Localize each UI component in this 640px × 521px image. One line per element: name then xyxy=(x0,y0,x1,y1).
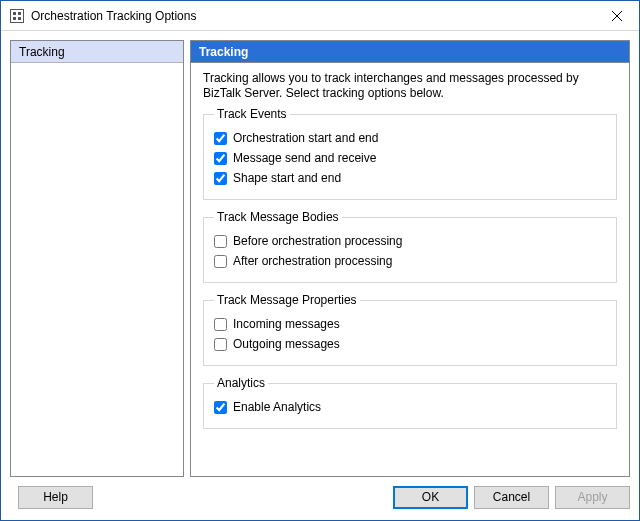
group-analytics: Analytics Enable Analytics xyxy=(203,376,617,429)
apply-button[interactable]: Apply xyxy=(555,486,630,509)
checkbox-enable-analytics-input[interactable] xyxy=(214,401,227,414)
checkbox-shape-start-end[interactable]: Shape start and end xyxy=(214,171,606,185)
title-bar: Orchestration Tracking Options xyxy=(1,1,639,31)
checkbox-msg-send-recv-input[interactable] xyxy=(214,152,227,165)
checkbox-incoming[interactable]: Incoming messages xyxy=(214,317,606,331)
checkbox-enable-analytics[interactable]: Enable Analytics xyxy=(214,400,606,414)
dialog-window: Orchestration Tracking Options Tracking … xyxy=(0,0,640,521)
group-track-bodies: Track Message Bodies Before orchestratio… xyxy=(203,210,617,283)
main-split: Tracking Tracking Tracking allows you to… xyxy=(10,40,630,477)
checkbox-enable-analytics-label: Enable Analytics xyxy=(233,400,321,414)
dialog-button-row: Help OK Cancel Apply xyxy=(10,477,630,511)
checkbox-after-proc-label: After orchestration processing xyxy=(233,254,392,268)
svg-rect-4 xyxy=(18,17,21,20)
content-header: Tracking xyxy=(191,41,629,63)
group-track-events: Track Events Orchestration start and end… xyxy=(203,107,617,200)
checkbox-after-proc-input[interactable] xyxy=(214,255,227,268)
dialog-body: Tracking Tracking Tracking allows you to… xyxy=(1,31,639,520)
checkbox-msg-send-recv[interactable]: Message send and receive xyxy=(214,151,606,165)
checkbox-outgoing-label: Outgoing messages xyxy=(233,337,340,351)
checkbox-shape-start-end-label: Shape start and end xyxy=(233,171,341,185)
help-button[interactable]: Help xyxy=(18,486,93,509)
category-item-label: Tracking xyxy=(19,45,65,59)
checkbox-orch-start-end[interactable]: Orchestration start and end xyxy=(214,131,606,145)
content-panel: Tracking Tracking allows you to track in… xyxy=(190,40,630,477)
group-track-props: Track Message Properties Incoming messag… xyxy=(203,293,617,366)
category-list[interactable]: Tracking xyxy=(10,40,184,477)
group-track-props-legend: Track Message Properties xyxy=(214,293,360,307)
content-body: Tracking allows you to track interchange… xyxy=(191,63,629,449)
content-description: Tracking allows you to track interchange… xyxy=(203,71,617,101)
svg-rect-1 xyxy=(13,12,16,15)
cancel-button[interactable]: Cancel xyxy=(474,486,549,509)
checkbox-incoming-label: Incoming messages xyxy=(233,317,340,331)
checkbox-outgoing-input[interactable] xyxy=(214,338,227,351)
window-title: Orchestration Tracking Options xyxy=(31,9,594,23)
svg-rect-3 xyxy=(13,17,16,20)
checkbox-before-proc[interactable]: Before orchestration processing xyxy=(214,234,606,248)
svg-rect-0 xyxy=(11,9,24,22)
ok-button[interactable]: OK xyxy=(393,486,468,509)
checkbox-incoming-input[interactable] xyxy=(214,318,227,331)
svg-rect-2 xyxy=(18,12,21,15)
checkbox-after-proc[interactable]: After orchestration processing xyxy=(214,254,606,268)
category-item-tracking[interactable]: Tracking xyxy=(11,41,183,63)
checkbox-orch-start-end-label: Orchestration start and end xyxy=(233,131,378,145)
checkbox-orch-start-end-input[interactable] xyxy=(214,132,227,145)
checkbox-before-proc-input[interactable] xyxy=(214,235,227,248)
checkbox-outgoing[interactable]: Outgoing messages xyxy=(214,337,606,351)
close-button[interactable] xyxy=(594,1,639,30)
group-track-bodies-legend: Track Message Bodies xyxy=(214,210,342,224)
checkbox-shape-start-end-input[interactable] xyxy=(214,172,227,185)
checkbox-msg-send-recv-label: Message send and receive xyxy=(233,151,376,165)
group-track-events-legend: Track Events xyxy=(214,107,290,121)
app-icon xyxy=(9,8,25,24)
group-analytics-legend: Analytics xyxy=(214,376,268,390)
checkbox-before-proc-label: Before orchestration processing xyxy=(233,234,402,248)
